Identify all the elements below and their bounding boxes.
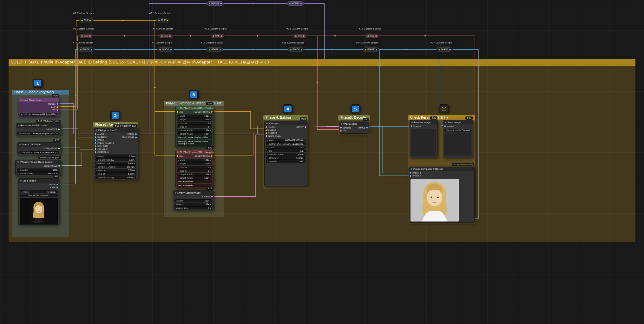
output-slot-CLIP_VISION[interactable]: CLIP_VISION: [44, 147, 60, 150]
output-dot[interactable]: [300, 3, 302, 4]
widget-batch_size[interactable]: ◂batch_size1▸: [174, 206, 212, 209]
widget-scheduler[interactable]: ◂schedulernormal▸: [266, 156, 306, 160]
decrement-arrow[interactable]: ◂: [178, 129, 179, 131]
input-dot[interactable]: [95, 136, 96, 138]
collapse-dot-icon[interactable]: [411, 122, 413, 123]
node-titlebar[interactable]: Load CLIP Vision: [18, 142, 61, 147]
node-graph-canvas[interactable]: SD1.5 + SDXL simple IP-Adapter FACE ID S…: [0, 0, 644, 324]
increment-arrow[interactable]: ▸: [57, 132, 58, 135]
output-dot[interactable]: [135, 133, 137, 135]
phase3-number-badge[interactable]: 3: [189, 90, 199, 99]
increment-arrow[interactable]: ▸: [134, 162, 135, 164]
node-insightface-loader[interactable]: #9 IPAdapter_plus IPAdapter InsightFace …: [15, 160, 61, 176]
output-dot[interactable]: [58, 165, 60, 167]
widget-crop_h[interactable]: ◂crop_h0▸: [177, 125, 212, 128]
input-dot[interactable]: [340, 130, 342, 132]
increment-arrow[interactable]: ▸: [134, 159, 135, 161]
node-ksampler[interactable]: #18 KSampler modelLATENTpositivenegative…: [264, 121, 307, 187]
increment-arrow[interactable]: ▸: [134, 166, 135, 168]
output-dot[interactable]: [135, 136, 137, 138]
node-titlebar[interactable]: CLIPTextEncodeSDXL (Negative): [176, 150, 214, 154]
widget-width[interactable]: ◂width1024▸: [174, 199, 212, 202]
increment-arrow[interactable]: ▸: [210, 159, 211, 161]
widget-target_width[interactable]: ◂target_width1024▸: [177, 129, 212, 132]
reroute-clip[interactable]: CLIP: [79, 18, 93, 23]
output-dot[interactable]: [366, 127, 368, 129]
input-slot-samples[interactable]: samples: [340, 127, 351, 129]
increment-arrow[interactable]: ▸: [210, 129, 211, 131]
input-dot[interactable]: [289, 3, 291, 4]
widget-image[interactable]: ◂imagetey.png▸: [20, 190, 58, 193]
phase4-number-badge[interactable]: 4: [283, 104, 293, 113]
comparer-image[interactable]: [411, 179, 459, 222]
decrement-arrow[interactable]: ◂: [18, 169, 19, 171]
node-titlebar[interactable]: CLIPTextEncodeSDXL (Positive): [176, 106, 214, 110]
input-dot[interactable]: [158, 20, 160, 21]
input-slot-image_negative[interactable]: image_negative: [95, 142, 114, 144]
node-titlebar[interactable]: KSampler: [265, 121, 307, 125]
input-dot[interactable]: [266, 126, 267, 128]
decrement-arrow[interactable]: ◂: [96, 176, 97, 179]
output-slot-CONDITIONING[interactable]: CONDITIONING: [194, 111, 213, 113]
decrement-arrow[interactable]: ◂: [178, 177, 179, 179]
widget-weight_faceidv2[interactable]: ◂weight_faceidv21.00▸: [95, 158, 136, 161]
widget-target_height[interactable]: ◂target_height1024▸: [177, 132, 212, 136]
widget-provider[interactable]: ◂providerCPU▸: [17, 169, 60, 172]
input-slot-positive[interactable]: positive: [266, 129, 276, 131]
widget-target_height[interactable]: ◂target_height1024▸: [177, 176, 212, 180]
node-load-checkpoint[interactable]: #30 Load Checkpoint MODELCLIPVAE ◂ckpt_n…: [18, 98, 59, 117]
node-save-image[interactable]: #23 Save Image images filename_prefixCom…: [443, 120, 473, 158]
increment-arrow[interactable]: ▸: [210, 203, 211, 205]
reroute-image[interactable]: IMAGE: [363, 47, 379, 52]
node-titlebar[interactable]: VAE Decode: [339, 122, 369, 126]
node-preview-image[interactable]: #22 Preview Image images: [410, 120, 438, 158]
increment-arrow[interactable]: ▸: [210, 173, 211, 175]
input-dot[interactable]: [367, 35, 369, 37]
check-result-emoji-badge[interactable]: ☺: [439, 104, 449, 113]
input-dot[interactable]: [266, 135, 267, 137]
input-slot-images[interactable]: images: [411, 125, 421, 128]
output-dot[interactable]: [91, 49, 92, 50]
input-slot-ipadapter[interactable]: ipadapter: [95, 136, 107, 138]
collapse-dot-icon[interactable]: [18, 125, 19, 126]
increment-arrow[interactable]: ▸: [210, 177, 211, 179]
decrement-arrow[interactable]: ◂: [267, 150, 268, 152]
node-clip-text-encode-negative[interactable]: #27 CLIPTextEncodeSDXL (Negative) clipCO…: [175, 150, 214, 188]
input-dot[interactable]: [161, 35, 163, 37]
widget-height[interactable]: ◂height1024▸: [177, 118, 212, 121]
output-dot[interactable]: [220, 49, 221, 50]
input-dot[interactable]: [340, 127, 342, 129]
widget-crop_w[interactable]: ◂crop_w0▸: [177, 122, 212, 125]
decrement-arrow[interactable]: ◂: [267, 139, 268, 141]
phase1-number-badge[interactable]: 1: [33, 79, 43, 88]
decrement-arrow[interactable]: ◂: [178, 118, 179, 121]
node-load-image[interactable]: #8 Load Image IMAGEMASK ◂imagetey.png▸ch…: [18, 178, 59, 225]
widget-ckpt_name[interactable]: ◂ckpt_namejuggernautXL_juggXIByRun...▸: [20, 113, 58, 116]
decrement-arrow[interactable]: ◂: [267, 143, 268, 145]
decrement-arrow[interactable]: ◂: [176, 203, 177, 205]
output-dot[interactable]: [58, 129, 60, 130]
increment-arrow[interactable]: ▸: [134, 176, 135, 179]
reroute-vae[interactable]: VAE: [79, 34, 93, 38]
node-titlebar[interactable]: Preview Image: [410, 120, 437, 124]
output-dot[interactable]: [301, 49, 302, 50]
node-titlebar[interactable]: Load Checkpoint: [18, 98, 59, 102]
output-dot[interactable]: [56, 187, 58, 188]
output-dot[interactable]: [303, 35, 305, 37]
decrement-arrow[interactable]: ◂: [178, 166, 179, 169]
input-slot-image_a[interactable]: image_a: [410, 172, 421, 174]
increment-arrow[interactable]: ▸: [304, 139, 305, 141]
node-titlebar[interactable]: Save Image: [443, 120, 473, 124]
reroute-model[interactable]: MODEL: [287, 1, 304, 6]
widget-start_at[interactable]: ◂start_at0.000▸: [95, 169, 136, 172]
output-dot[interactable]: [167, 20, 168, 21]
widget-width[interactable]: ◂width1024▸: [177, 159, 212, 162]
output-slot-MODEL[interactable]: MODEL: [48, 103, 58, 105]
collapse-dot-icon[interactable]: [341, 123, 342, 125]
input-dot[interactable]: [295, 35, 297, 37]
input-slot-insightface[interactable]: insightface: [95, 151, 109, 153]
group-title-main[interactable]: SD1.5 + SDXL simple IP-Adapter FACE ID S…: [9, 59, 635, 66]
output-dot[interactable]: [220, 35, 222, 37]
input-dot[interactable]: [80, 49, 82, 50]
decrement-arrow[interactable]: ◂: [176, 207, 177, 209]
